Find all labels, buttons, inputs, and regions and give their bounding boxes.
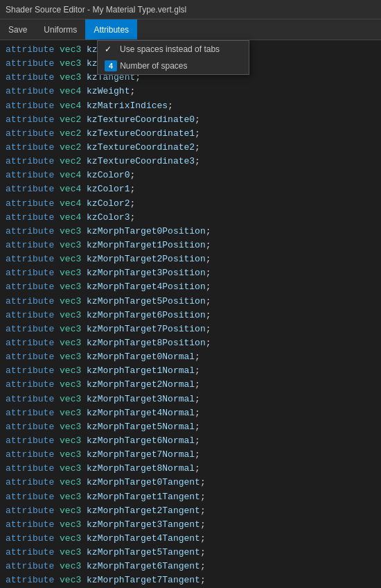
punct-span: ; — [200, 492, 206, 502]
keyword-span: attribute — [6, 422, 54, 432]
punct-span: ; — [195, 128, 200, 139]
ident-span: kzMorphTarget3Normal — [87, 394, 195, 404]
save-button[interactable]: Save — [0, 19, 35, 40]
punct-span: ; — [200, 533, 206, 544]
type-span: vec3 — [60, 296, 81, 306]
punct-span: ; — [130, 86, 135, 96]
type-span: vec3 — [60, 408, 81, 418]
table-row: attribute vec3 kzMorphTarget2Position; — [6, 252, 381, 266]
keyword-span: attribute — [6, 142, 54, 153]
punct-span: ; — [206, 310, 211, 320]
ident-span: kzMorphTarget2Normal — [87, 379, 195, 390]
type-span: vec3 — [60, 58, 81, 69]
ident-span: kzMorphTarget4Tangent — [87, 533, 200, 544]
ident-span: kzColor1 — [87, 184, 130, 194]
type-span: vec4 — [60, 184, 81, 194]
attributes-button[interactable]: Attributes — [85, 19, 137, 40]
ident-span: kzMorphTarget1Normal — [87, 365, 195, 376]
punct-span: ; — [195, 352, 200, 362]
use-spaces-item[interactable]: ✓ Use spaces instead of tabs — [98, 41, 249, 58]
code-lines-container: attribute vec3 kzPosition;attribute vec3… — [6, 43, 381, 588]
ident-span: kzMorphTarget6Position — [87, 310, 206, 320]
keyword-span: attribute — [6, 477, 54, 487]
table-row: attribute vec4 kzColor3; — [6, 211, 381, 225]
punct-span: ; — [195, 156, 200, 166]
punct-span: ; — [130, 198, 135, 209]
table-row: attribute vec3 kzMorphTarget4Normal; — [6, 406, 381, 420]
keyword-span: attribute — [6, 408, 54, 418]
table-row: attribute vec3 kzMorphTarget2Normal; — [6, 378, 381, 392]
type-span: vec3 — [60, 324, 81, 334]
keyword-span: attribute — [6, 505, 54, 516]
keyword-span: attribute — [6, 379, 54, 390]
attributes-dropdown: ✓ Use spaces instead of tabs 4 Number of… — [97, 40, 249, 75]
table-row: attribute vec3 kzMorphTarget3Normal; — [6, 392, 381, 406]
punct-span: ; — [195, 463, 200, 474]
ident-span: kzMorphTarget5Position — [87, 296, 206, 306]
type-span: vec3 — [60, 575, 81, 585]
table-row: attribute vec3 kzMorphTarget0Position; — [6, 225, 381, 239]
ident-span: kzMorphTarget7Position — [87, 324, 206, 334]
punct-span: ; — [195, 379, 200, 390]
table-row: attribute vec2 kzTextureCoordinate3; — [6, 155, 381, 168]
type-span: vec3 — [60, 226, 81, 236]
type-span: vec2 — [60, 156, 81, 166]
ident-span: kzMorphTarget4Normal — [87, 408, 195, 418]
type-span: vec3 — [60, 338, 81, 348]
keyword-span: attribute — [6, 128, 54, 139]
table-row: attribute vec2 kzTextureCoordinate2; — [6, 141, 381, 155]
table-row: attribute vec3 kzMorphTarget5Position; — [6, 295, 381, 309]
punct-span: ; — [130, 184, 135, 194]
punct-span: ; — [195, 394, 200, 404]
type-span: vec3 — [60, 254, 81, 264]
ident-span: kzMorphTarget0Normal — [87, 352, 195, 362]
uniforms-button[interactable]: Uniforms — [35, 19, 85, 40]
ident-span: kzWeight — [87, 86, 130, 96]
punct-span: ; — [130, 170, 135, 180]
table-row: attribute vec3 kzMorphTarget7Position; — [6, 322, 381, 336]
ident-span: kzMorphTarget0Position — [87, 226, 206, 236]
keyword-span: attribute — [6, 324, 54, 334]
table-row: attribute vec4 kzColor1; — [6, 182, 381, 196]
keyword-span: attribute — [6, 44, 54, 55]
punct-span: ; — [195, 408, 200, 418]
table-row: attribute vec3 kzMorphTarget8Position; — [6, 336, 381, 350]
ident-span: kzMorphTarget8Normal — [87, 463, 195, 474]
ident-span: kzMatrixIndices — [87, 101, 168, 111]
table-row: attribute vec3 kzMorphTarget7Normal; — [6, 448, 381, 462]
table-row: attribute vec4 kzColor2; — [6, 197, 381, 211]
table-row: attribute vec3 kzMorphTarget6Tangent; — [6, 560, 381, 573]
number-spaces-label: Number of spaces — [120, 61, 187, 71]
keyword-span: attribute — [6, 296, 54, 306]
punct-span: ; — [206, 240, 211, 250]
keyword-span: attribute — [6, 268, 54, 278]
ident-span: kzMorphTarget5Tangent — [87, 547, 200, 557]
keyword-span: attribute — [6, 435, 54, 446]
table-row: attribute vec2 kzTextureCoordinate1; — [6, 127, 381, 141]
punct-span: ; — [206, 324, 211, 334]
punct-span: ; — [206, 254, 211, 264]
ident-span: kzMorphTarget3Position — [87, 268, 206, 278]
ident-span: kzMorphTarget1Position — [87, 240, 206, 250]
type-span: vec3 — [60, 449, 81, 460]
type-span: vec4 — [60, 101, 81, 111]
number-spaces-section: 4 Number of spaces — [98, 58, 249, 74]
keyword-span: attribute — [6, 282, 54, 292]
type-span: vec4 — [60, 212, 81, 223]
type-span: vec3 — [60, 561, 81, 571]
ident-span: kzColor0 — [87, 170, 130, 180]
table-row: attribute vec4 kzWeight; — [6, 85, 381, 98]
keyword-span: attribute — [6, 449, 54, 460]
ident-span: kzTextureCoordinate1 — [87, 128, 195, 139]
type-span: vec3 — [60, 422, 81, 432]
table-row: attribute vec3 kzMorphTarget1Position; — [6, 239, 381, 252]
punct-span: ; — [195, 435, 200, 446]
table-row: attribute vec3 kzMorphTarget0Tangent; — [6, 476, 381, 490]
title-bar: Shader Source Editor - My Material Type.… — [0, 0, 381, 19]
ident-span: kzMorphTarget2Position — [87, 254, 206, 264]
type-span: vec3 — [60, 505, 81, 516]
type-span: vec3 — [60, 533, 81, 544]
type-span: vec3 — [60, 435, 81, 446]
ident-span: kzColor2 — [87, 198, 130, 209]
type-span: vec3 — [60, 44, 81, 55]
